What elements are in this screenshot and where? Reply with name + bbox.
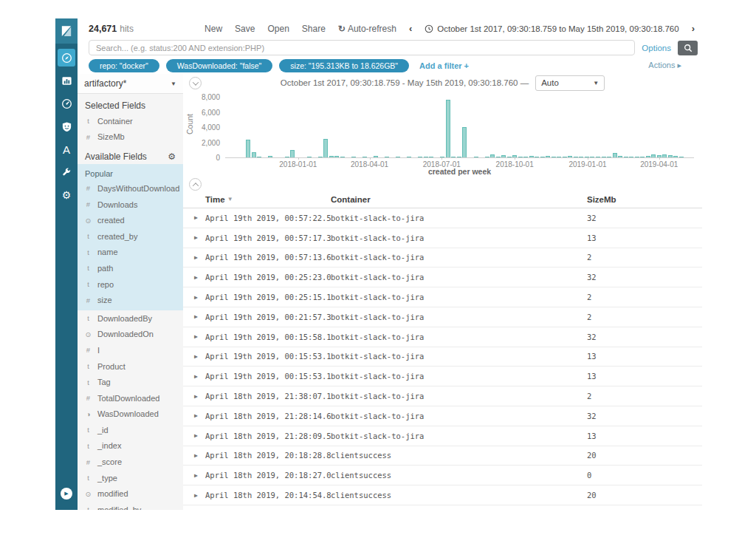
- chart-bar[interactable]: [518, 157, 523, 157]
- chart-bar[interactable]: [418, 157, 422, 157]
- row-expand-caret-icon[interactable]: ▶: [183, 432, 205, 439]
- row-expand-caret-icon[interactable]: ▶: [183, 492, 205, 499]
- field-item-avl-1[interactable]: ⊙DownloadedOn: [78, 327, 183, 343]
- chart-bar[interactable]: [635, 157, 639, 157]
- chart-bar[interactable]: [323, 139, 328, 157]
- field-item-avl-11[interactable]: ⊙modified: [78, 485, 183, 502]
- row-expand-caret-icon[interactable]: ▶: [183, 254, 205, 261]
- chart-bar[interactable]: [334, 156, 339, 157]
- field-item-pop-4[interactable]: tname: [78, 245, 183, 261]
- search-input[interactable]: [89, 40, 635, 55]
- chart-bar[interactable]: [574, 157, 578, 157]
- time-next-chevron-icon[interactable]: ›: [692, 23, 695, 34]
- field-item-sel-1[interactable]: #SizeMb: [78, 129, 183, 146]
- search-button[interactable]: [678, 41, 698, 55]
- chart-bar[interactable]: [268, 156, 272, 157]
- field-item-avl-6[interactable]: ◑WasDownloaded: [78, 406, 183, 423]
- row-expand-caret-icon[interactable]: ▶: [183, 373, 205, 380]
- field-item-avl-7[interactable]: t_id: [78, 422, 183, 438]
- chart-bar[interactable]: [512, 155, 517, 157]
- chart-bar[interactable]: [646, 156, 650, 157]
- column-header-sizemb[interactable]: SizeMb: [587, 195, 702, 204]
- chart-bar[interactable]: [618, 156, 622, 157]
- chart-bar[interactable]: [523, 157, 528, 157]
- field-item-pop-5[interactable]: tpath: [78, 260, 183, 276]
- menu-item-save[interactable]: Save: [235, 24, 255, 34]
- chart-bar[interactable]: [596, 157, 600, 157]
- chart-bar[interactable]: [318, 157, 323, 157]
- chart-bar[interactable]: [585, 157, 589, 157]
- chart-bar[interactable]: [252, 152, 256, 157]
- chart-bar[interactable]: [374, 156, 378, 157]
- menu-item-open[interactable]: Open: [267, 24, 289, 34]
- dashboard-gauge-icon[interactable]: [58, 95, 75, 112]
- chart-bar[interactable]: [563, 157, 567, 157]
- chart-bar[interactable]: [668, 155, 673, 157]
- menu-item-share[interactable]: Share: [302, 24, 326, 34]
- field-item-avl-5[interactable]: #TotalDownloaded: [78, 390, 183, 406]
- field-item-avl-12[interactable]: tmodified_by: [78, 502, 183, 510]
- chart-bar[interactable]: [679, 157, 684, 157]
- menu-item-new[interactable]: New: [205, 24, 222, 34]
- apm-a-icon[interactable]: A: [58, 140, 75, 158]
- row-expand-caret-icon[interactable]: ▶: [183, 393, 205, 400]
- chart-bar[interactable]: [657, 155, 662, 157]
- interval-dropdown[interactable]: Auto ▼: [535, 75, 605, 91]
- chart-bar[interactable]: [501, 155, 506, 157]
- chart-bar[interactable]: [579, 157, 583, 157]
- column-header-container[interactable]: Container: [331, 195, 587, 204]
- field-item-avl-8[interactable]: t_index: [78, 438, 183, 454]
- field-item-avl-4[interactable]: tTag: [78, 374, 183, 390]
- time-range-picker[interactable]: October 1st 2017, 09:30:18.759 to May 15…: [425, 24, 678, 33]
- monitoring-shield-icon[interactable]: [58, 117, 75, 135]
- visualize-barchart-icon[interactable]: [58, 72, 75, 89]
- filter-pill-2[interactable]: size: "195.313KB to 18.626GB": [279, 59, 409, 72]
- filter-actions-link[interactable]: Actions ▸: [648, 61, 681, 70]
- chart-bar[interactable]: [329, 156, 334, 157]
- chart-bar[interactable]: [407, 157, 411, 157]
- field-item-pop-2[interactable]: ⊙created: [78, 212, 183, 228]
- row-expand-caret-icon[interactable]: ▶: [183, 313, 205, 320]
- field-item-sel-0[interactable]: tContainer: [78, 113, 183, 129]
- chart-bar[interactable]: [307, 157, 312, 157]
- row-expand-caret-icon[interactable]: ▶: [183, 412, 205, 419]
- chart-bar[interactable]: [651, 154, 656, 157]
- chart-bar[interactable]: [602, 157, 606, 157]
- row-expand-caret-icon[interactable]: ▶: [183, 274, 205, 281]
- chart-bar[interactable]: [640, 157, 645, 157]
- chart-bar[interactable]: [351, 157, 356, 157]
- chart-collapse-button[interactable]: [189, 77, 202, 89]
- chart-bar[interactable]: [624, 157, 628, 157]
- field-item-avl-0[interactable]: tDownloadedBy: [78, 310, 183, 327]
- chart-bar[interactable]: [440, 157, 444, 157]
- chart-bar[interactable]: [424, 157, 428, 157]
- chart-bar[interactable]: [485, 157, 489, 157]
- field-item-pop-1[interactable]: #Downloads: [78, 197, 183, 213]
- chart-bar[interactable]: [568, 156, 572, 157]
- chart-bar[interactable]: [613, 153, 617, 157]
- dev-tools-wrench-icon[interactable]: [58, 163, 75, 181]
- chart-collapse-up-button[interactable]: [189, 178, 202, 191]
- chart-bar[interactable]: [546, 156, 550, 157]
- field-item-pop-3[interactable]: tcreated_by: [78, 228, 183, 245]
- options-link[interactable]: Options: [642, 44, 671, 52]
- chart-bar[interactable]: [496, 157, 501, 157]
- chart-bar[interactable]: [457, 157, 461, 157]
- time-prev-chevron-icon[interactable]: ‹: [409, 23, 412, 34]
- chart-bar[interactable]: [557, 157, 561, 157]
- filter-pill-1[interactable]: WasDownloaded: "false": [166, 59, 272, 72]
- chart-bar[interactable]: [540, 157, 545, 157]
- chart-bar[interactable]: [446, 100, 450, 157]
- chart-bar[interactable]: [529, 156, 534, 157]
- kibana-logo-icon[interactable]: [55, 18, 78, 44]
- row-expand-caret-icon[interactable]: ▶: [183, 333, 205, 340]
- field-item-avl-10[interactable]: t_type: [78, 470, 183, 486]
- chart-bar[interactable]: [385, 157, 389, 157]
- chart-bar[interactable]: [607, 157, 611, 157]
- field-item-pop-6[interactable]: trepo: [78, 276, 183, 293]
- row-expand-caret-icon[interactable]: ▶: [183, 452, 205, 459]
- chart-bar[interactable]: [507, 157, 512, 157]
- row-expand-caret-icon[interactable]: ▶: [183, 353, 205, 360]
- field-item-avl-9[interactable]: #_score: [78, 454, 183, 470]
- row-expand-caret-icon[interactable]: ▶: [183, 214, 205, 221]
